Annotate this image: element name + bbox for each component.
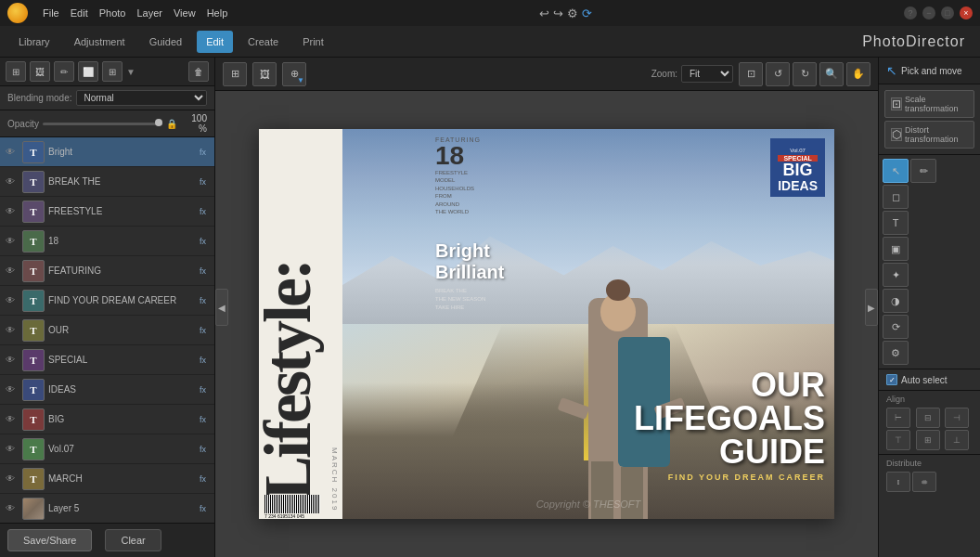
layer-visibility-icon[interactable]: 👁 [6,473,19,484]
opacity-slider[interactable] [43,123,162,125]
layer-row[interactable]: 👁 T IDEAS fx [0,375,214,405]
fx-badge[interactable]: fx [197,503,209,514]
layer-visibility-icon[interactable]: 👁 [6,325,19,335]
clear-button[interactable]: Clear [105,529,161,551]
zoom-out-icon[interactable]: 🔍 [819,62,844,86]
layer-visibility-icon[interactable]: 👁 [6,384,19,395]
menu-help[interactable]: Help [207,7,228,19]
tab-library[interactable]: Library [9,31,59,53]
layer-row[interactable]: 👁 T FREESTYLE fx [0,197,214,227]
distribute-h-btn[interactable]: ⫾ [886,472,910,492]
scale-transform-btn[interactable]: ⊡ Scale transformation [884,90,974,118]
shape-tool-btn[interactable]: ▣ [883,237,909,261]
layer-row[interactable]: 👁 T BIG fx [0,405,214,434]
close-button[interactable]: × [960,6,973,19]
fit-canvas-icon[interactable]: ⊡ [739,62,763,86]
fx-badge[interactable]: fx [197,355,209,366]
text-tool-btn[interactable]: T [883,211,909,235]
tab-create[interactable]: Create [239,31,288,53]
save-share-button[interactable]: Save/Share [7,529,92,551]
layer-visibility-icon[interactable]: 👁 [6,236,19,246]
fx-badge[interactable]: fx [197,384,209,395]
blend-mode-select[interactable]: Normal Multiply Screen [76,90,208,106]
fx-badge[interactable]: fx [197,147,209,158]
pan-icon[interactable]: ✋ [846,62,870,86]
layer-row[interactable]: 👁 T FIND YOUR DREAM CAREER fx [0,286,214,316]
layer-visibility-icon[interactable]: 👁 [6,147,19,157]
canvas-align-icon[interactable]: ⊕▼ [282,62,306,86]
menu-file[interactable]: File [43,7,59,19]
fx-badge[interactable]: fx [197,206,209,217]
help-button[interactable]: ? [904,6,917,19]
tab-guided[interactable]: Guided [140,31,191,53]
layer-row[interactable]: 👁 T MARCH fx [0,464,214,494]
undo-icon[interactable]: ↩ [539,6,549,20]
pick-tool-btn[interactable]: ↖ [883,159,909,183]
layers-select-icon[interactable]: ⊞ [6,61,26,82]
align-center-v-btn[interactable]: ⊞ [916,430,940,450]
layer-row[interactable]: 👁 T Bright fx [0,137,214,167]
align-right-btn[interactable]: ⊣ [945,408,969,428]
align-bottom-btn[interactable]: ⊥ [945,430,969,450]
layer-visibility-icon[interactable]: 👁 [6,266,19,276]
tab-print[interactable]: Print [293,31,333,53]
layers-mask-icon[interactable]: ⬜ [78,61,98,82]
layer-row[interactable]: 👁 T OUR fx [0,316,214,345]
settings-icon[interactable]: ⚙ [567,6,578,20]
rotate-right-icon[interactable]: ↻ [793,62,817,86]
layer-visibility-icon[interactable]: 👁 [6,444,19,454]
fx-badge[interactable]: fx [197,236,209,247]
gradient-tool-btn[interactable]: ◑ [883,289,909,313]
layers-grid-icon[interactable]: ⊞ [102,61,122,82]
redo-icon[interactable]: ↪ [553,6,563,20]
right-panel-collapse-arrow[interactable]: ▶ [865,289,878,326]
minimize-button[interactable]: − [922,6,935,19]
layer-visibility-icon[interactable]: 👁 [6,176,19,187]
menu-layer[interactable]: Layer [136,7,162,19]
layer-delete-icon[interactable]: 🗑 [188,61,209,82]
sticker-tool-btn[interactable]: ✦ [883,263,909,287]
color-tool-btn[interactable]: ⚙ [883,341,909,365]
layer-row[interactable]: 👁 T BREAK THE fx [0,167,214,197]
layer-row[interactable]: 👁 T Vol.07 fx [0,434,214,464]
menu-photo[interactable]: Photo [99,7,126,19]
canvas-wrapper[interactable]: Lifestyle: MARCH 2019 7 234 6195134 045 [215,91,878,557]
distribute-v-btn[interactable]: ⩩ [912,472,936,492]
left-panel-collapse-arrow[interactable]: ◀ [215,289,228,326]
transform-tool-btn[interactable]: ⟳ [883,315,909,339]
fx-badge[interactable]: fx [197,295,209,306]
layer-visibility-icon[interactable]: 👁 [6,206,19,216]
layer-visibility-icon[interactable]: 👁 [6,295,19,305]
align-top-btn[interactable]: ⊤ [886,430,910,450]
menu-view[interactable]: View [174,7,196,19]
auto-select-checkbox[interactable]: ✓ [886,374,897,385]
distort-transform-btn[interactable]: ⬡ Distort transformation [884,121,974,149]
fx-badge[interactable]: fx [197,473,209,485]
opacity-thumb[interactable] [155,119,162,126]
layers-img-icon[interactable]: 🖼 [30,61,50,82]
layer-visibility-icon[interactable]: 👁 [6,355,19,365]
layer-row[interactable]: 👁 Layer 5 fx [0,494,214,523]
align-center-h-btn[interactable]: ⊟ [916,408,940,428]
fx-badge[interactable]: fx [197,176,209,188]
maximize-button[interactable]: □ [941,6,954,19]
transform-select-icon[interactable]: ⊞ [223,62,247,86]
eraser-tool-btn[interactable]: ◻ [883,185,909,209]
fx-badge[interactable]: fx [197,325,209,336]
rotate-left-icon[interactable]: ↺ [766,62,790,86]
tab-edit[interactable]: Edit [197,31,233,53]
menu-edit[interactable]: Edit [71,7,88,19]
canvas-img-icon[interactable]: 🖼 [252,62,277,86]
layer-row[interactable]: 👁 T SPECIAL fx [0,345,214,375]
layer-visibility-icon[interactable]: 👁 [6,503,19,513]
crop-tool-btn[interactable]: ✏ [910,159,936,183]
fx-badge[interactable]: fx [197,444,209,455]
layers-brush-icon[interactable]: ✏ [54,61,74,82]
layer-row[interactable]: 👁 T FEATURING fx [0,256,214,286]
sync-icon[interactable]: ⟳ [582,6,592,20]
fx-badge[interactable]: fx [197,266,209,277]
layer-visibility-icon[interactable]: 👁 [6,414,19,424]
align-left-btn[interactable]: ⊢ [886,408,910,428]
layer-row[interactable]: 👁 T 18 fx [0,227,214,256]
fx-badge[interactable]: fx [197,414,209,425]
